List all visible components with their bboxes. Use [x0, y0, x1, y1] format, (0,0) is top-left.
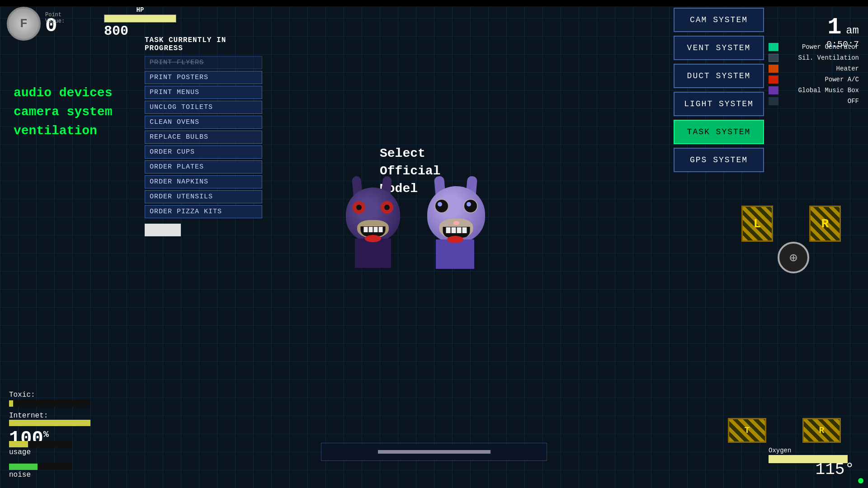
left-sidebar: audio devices camera system ventilation [14, 84, 112, 141]
temperature-display: 115° [816, 460, 854, 479]
power-label-ac: Power A/C [781, 76, 859, 83]
task-item-order-pizza-kits[interactable]: ORDER PIZZA KITS [145, 205, 262, 218]
internet-bar-fill [9, 420, 90, 426]
power-item-ventilation: Sil. Ventilation [769, 54, 859, 62]
task-scroll-button[interactable] [145, 224, 181, 236]
task-system-button[interactable]: TASK SYSTEM [674, 120, 764, 144]
duct-system-button[interactable]: DUCT SYSTEM [674, 64, 764, 88]
power-panel: Power Generator Sil. Ventilation Heater … [769, 43, 859, 105]
bottom-bar-fill [378, 450, 491, 454]
nav-button-area: L R [741, 206, 841, 242]
oxygen-label: Oxygen [769, 447, 859, 454]
internet-label: Internet: [9, 412, 90, 420]
vent-system-button[interactable]: VENT SYSTEM [674, 36, 764, 60]
noise-label: noise [9, 471, 72, 479]
bottom-bar-container [321, 443, 547, 461]
noise-row: noise [9, 464, 72, 479]
power-label-generator: Power Generator [781, 43, 859, 51]
power-label-ventilation: Sil. Ventilation [781, 54, 859, 61]
internet-bar [9, 420, 90, 426]
noise-bar [9, 464, 72, 470]
power-item-heater: Heater [769, 65, 859, 73]
task-item-active[interactable]: PRINT FLYERS [145, 56, 262, 69]
power-item-ac: Power A/C [769, 75, 859, 84]
task-item-order-cups[interactable]: ORDER CUPS [145, 145, 262, 159]
hp-bar [104, 14, 176, 23]
bonnie-eye-right [381, 201, 393, 214]
toxic-area: Toxic: [9, 391, 90, 407]
power-indicator-off [769, 97, 778, 105]
sidebar-item-audio[interactable]: audio devices [14, 84, 112, 103]
hp-bar-fill [104, 15, 176, 22]
task-in-progress-label: TASK CURRENTLY IN PROGRESS [145, 36, 262, 52]
toxic-bar [9, 400, 90, 407]
task-item-order-napkins[interactable]: ORDER NAPKINS [145, 175, 262, 188]
character-area [344, 176, 497, 258]
power-indicator-heater [769, 65, 778, 73]
bonnie-character[interactable] [344, 176, 411, 258]
power-indicator-generator [769, 43, 778, 51]
usage-row: usage [9, 441, 72, 456]
task-panel: TASK CURRENTLY IN PROGRESS PRINT FLYERS … [145, 36, 262, 239]
power-label-heater: Heater [781, 65, 859, 72]
bottom-stats: usage noise [9, 441, 72, 483]
light-system-button[interactable]: LIGHT SYSTEM [674, 92, 764, 116]
hazard-t-button[interactable]: T [728, 418, 766, 443]
task-item-order-plates[interactable]: ORDER PLATES [145, 160, 262, 174]
bonnie-head [346, 188, 400, 242]
hazard-button-area: T R [728, 418, 841, 443]
bonnie-body [355, 239, 391, 268]
toy-bonnie-character[interactable] [425, 176, 497, 258]
bonnie-eye-left [353, 201, 365, 214]
toxic-bar-fill [9, 400, 13, 407]
coin-icon: F [7, 7, 41, 41]
usage-bar-fill [9, 441, 28, 447]
sidebar-item-camera[interactable]: camera system [14, 103, 112, 122]
toy-body [436, 239, 474, 269]
power-indicator-music-box [769, 86, 778, 94]
usage-label: usage [9, 448, 72, 456]
power-indicator-ac [769, 75, 778, 84]
system-buttons: CAM SYSTEM VENT SYSTEM DUCT SYSTEM LIGHT… [674, 8, 764, 172]
task-item-print-menus[interactable]: PRINT MENUS [145, 86, 262, 99]
power-indicator-ventilation [769, 54, 778, 62]
toxic-label: Toxic: [9, 391, 90, 399]
top-bar [0, 0, 868, 6]
fan-icon[interactable]: ⊕ [778, 242, 809, 273]
task-item-print-posters[interactable]: PRINT POSTERS [145, 71, 262, 84]
point-label: Point Value: [45, 12, 65, 24]
nav-right-button[interactable]: R [809, 206, 841, 242]
sidebar-item-ventilation[interactable]: ventilation [14, 122, 112, 141]
time-hour: 1 [827, 14, 841, 41]
power-label-music-box: Global Music Box [781, 87, 859, 94]
noise-bar-fill [9, 464, 38, 470]
toy-eye-left [434, 199, 449, 213]
nav-left-button[interactable]: L [741, 206, 773, 242]
time-unit: am [846, 24, 859, 37]
power-item-music-box: Global Music Box [769, 86, 859, 94]
power-item-off: OFF [769, 97, 859, 105]
task-item-clean-ovens[interactable]: CLEAN OVENS [145, 116, 262, 129]
task-item-unclog-toilets[interactable]: UNCLOG TOILETS [145, 101, 262, 114]
usage-bar [9, 441, 72, 447]
task-item-order-utensils[interactable]: ORDER UTENSILS [145, 190, 262, 203]
power-label-off: OFF [781, 98, 859, 105]
toy-eye-right [463, 199, 478, 213]
toy-bonnie-head [427, 186, 485, 243]
task-item-replace-bulbs[interactable]: REPLACE BULBS [145, 131, 262, 144]
power-item-generator: Power Generator [769, 43, 859, 51]
hazard-r-button[interactable]: R [802, 418, 841, 443]
hp-label: HP [104, 6, 176, 14]
status-dot [858, 478, 863, 483]
cam-system-button[interactable]: CAM SYSTEM [674, 8, 764, 32]
bottom-progress-bar [321, 443, 547, 461]
gps-system-button[interactable]: GPS SYSTEM [674, 148, 764, 172]
